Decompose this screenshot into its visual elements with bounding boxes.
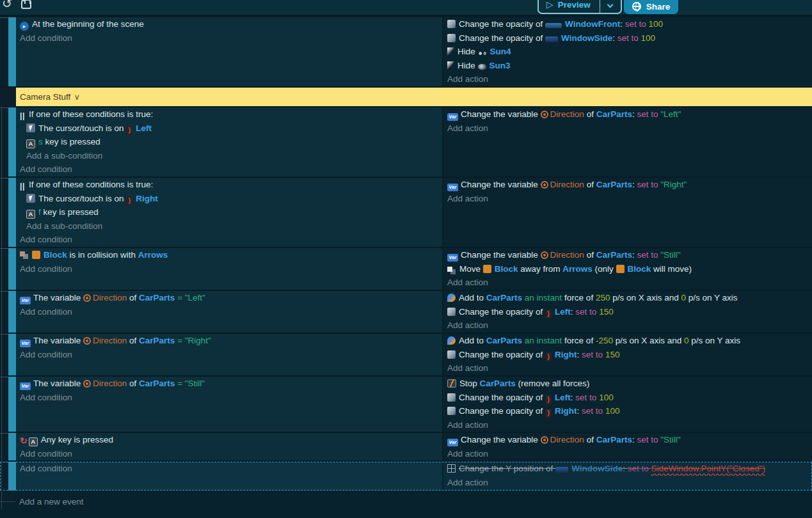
condition-line[interactable]: ||If one of these conditions is true:	[20, 107, 442, 122]
add-condition-button[interactable]: Add condition	[20, 233, 442, 247]
text-segment: 100	[599, 393, 614, 402]
condition-line[interactable]: VarThe variable Direction of CarParts = …	[20, 377, 442, 391]
condition-line[interactable]: ||If one of these conditions is true:	[20, 178, 442, 192]
add-condition-button[interactable]: Add condition	[20, 462, 442, 476]
text-segment: Hide	[458, 47, 478, 56]
action-line[interactable]: Change the opacity of )Right: set to 150	[447, 348, 812, 362]
action-line[interactable]: Change the opacity of )Left: set to 150	[447, 305, 812, 319]
preview-button[interactable]: ▷ Preview	[537, 0, 622, 14]
add-action-button[interactable]: Add action	[447, 476, 812, 490]
text-segment: Add to	[459, 336, 486, 345]
invert-icon: ↻	[20, 434, 28, 447]
action-line[interactable]: Change the opacity of WindowSide: set to…	[447, 31, 812, 45]
sun3-icon	[478, 64, 486, 70]
text-segment: Add condition	[20, 235, 72, 244]
direction-icon	[541, 181, 548, 189]
play-circle-icon: ▸	[20, 22, 29, 31]
actions-column: VarChange the variable Direction of CarP…	[443, 248, 812, 290]
action-line[interactable]: Change the opacity of WindowFront: set t…	[447, 17, 812, 31]
var-icon: Var	[447, 439, 458, 446]
group-header[interactable]: Camera Stuffv	[16, 88, 812, 106]
add-action-button[interactable]: Add action	[447, 447, 812, 461]
condition-line[interactable]: Block is in collision with Arrows	[20, 248, 442, 262]
text-segment: Add condition	[20, 449, 72, 459]
text-segment: set to	[617, 33, 641, 43]
text-segment: p/s on X axis and	[610, 293, 681, 302]
action-line[interactable]: VarChange the variable Direction of CarP…	[447, 178, 812, 192]
event-drag-handle[interactable]	[8, 334, 16, 375]
condition-line[interactable]: VarThe variable Direction of CarParts = …	[20, 291, 442, 305]
text-segment: Direction	[93, 293, 129, 302]
action-line[interactable]: Hide Sun3	[447, 59, 812, 73]
add-condition-button[interactable]: Add condition	[20, 447, 442, 461]
save-icon[interactable]	[21, 0, 31, 9]
add-action-button[interactable]: Add action	[447, 318, 812, 333]
action-line[interactable]: Add to CarParts an instant force of -250…	[447, 334, 812, 348]
side-obj-icon: )	[545, 395, 552, 404]
add-condition-button[interactable]: Add condition	[20, 305, 442, 319]
add-action-button[interactable]: Add action	[447, 361, 812, 375]
preview-dropdown-button[interactable]	[600, 3, 621, 13]
add-condition-button[interactable]: Add condition	[20, 348, 442, 362]
text-segment: CarParts	[596, 435, 632, 444]
action-line[interactable]: Stop CarParts (remove all forces)	[447, 377, 812, 391]
text-segment: set to	[575, 307, 599, 317]
add-subcondition-button[interactable]: Add a sub-condition	[20, 219, 442, 233]
event-drag-handle[interactable]	[8, 291, 16, 333]
action-line[interactable]: Change the Y position of WindowSide: set…	[447, 462, 812, 476]
direction-icon	[83, 380, 91, 388]
event-drag-handle[interactable]	[8, 17, 16, 86]
event-drag-handle[interactable]	[8, 433, 16, 460]
condition-line[interactable]: Af key is pressed	[20, 205, 442, 219]
text-segment: Change the opacity of	[459, 406, 545, 416]
event-drag-handle[interactable]	[8, 462, 16, 491]
var-icon: Var	[20, 297, 31, 304]
share-button[interactable]: Share	[624, 0, 678, 14]
event-gutter	[0, 88, 8, 106]
group-collapse-icon[interactable]: v	[75, 93, 79, 102]
condition-line[interactable]: The cursor/touch is on )Left	[20, 122, 442, 136]
add-condition-button[interactable]: Add condition	[20, 262, 442, 276]
direction-icon	[83, 294, 91, 302]
text-segment: set to	[582, 406, 605, 416]
condition-line[interactable]: The cursor/touch is on )Right	[20, 192, 442, 206]
condition-line[interactable]: VarThe variable Direction of CarParts = …	[20, 334, 442, 348]
event-drag-handle[interactable]	[8, 377, 16, 432]
action-line[interactable]: Change the opacity of )Right: set to 100	[447, 404, 812, 418]
event-new-selected: Add conditionChange the Y position of Wi…	[0, 462, 812, 491]
text-segment: 150	[605, 350, 620, 359]
event-drag-handle[interactable]	[8, 178, 16, 247]
action-line[interactable]: Hide Sun4	[447, 45, 812, 59]
add-action-button[interactable]: Add action	[447, 122, 812, 136]
condition-line[interactable]: ▸At the beginning of the scene	[20, 17, 442, 31]
action-line[interactable]: Change the opacity of )Left: set to 100	[447, 391, 812, 405]
add-condition-button[interactable]: Add condition	[20, 391, 442, 405]
action-line[interactable]: VarChange the variable Direction of CarP…	[447, 248, 812, 262]
text-segment: =	[177, 293, 185, 302]
add-condition-button[interactable]: Add condition	[20, 31, 442, 45]
add-action-button[interactable]: Add action	[447, 276, 812, 290]
text-segment: Add condition	[20, 350, 72, 359]
add-new-event-button[interactable]: Add a new event	[19, 497, 84, 506]
action-line[interactable]: VarChange the variable Direction of CarP…	[447, 107, 812, 122]
condition-line[interactable]: As key is pressed	[20, 135, 442, 149]
condition-line[interactable]: ↻AAny key is pressed	[20, 433, 442, 447]
add-action-button[interactable]: Add action	[447, 418, 812, 432]
add-subcondition-button[interactable]: Add a sub-condition	[20, 149, 442, 163]
text-segment: force of	[564, 293, 596, 302]
add-action-button[interactable]: Add action	[447, 192, 812, 206]
event-drag-handle[interactable]	[8, 107, 16, 177]
text-segment: Change the opacity of	[459, 393, 545, 402]
undo-icon[interactable]: ↺	[2, 0, 12, 11]
add-action-button[interactable]: Add action	[447, 72, 812, 86]
action-line[interactable]: Move Block away from Arrows (only Block …	[447, 262, 812, 276]
event-block-collision: Block is in collision with ArrowsAdd con…	[0, 248, 812, 290]
event-drag-handle[interactable]	[8, 248, 16, 290]
text-segment: 150	[599, 307, 614, 317]
opacity-icon	[447, 34, 456, 42]
text-segment: set to	[628, 464, 651, 473]
action-line[interactable]: Add to CarParts an instant force of 250 …	[447, 291, 812, 305]
text-segment: Add a sub-condition	[26, 151, 102, 161]
add-condition-button[interactable]: Add condition	[20, 162, 442, 177]
action-line[interactable]: VarChange the variable Direction of CarP…	[447, 433, 812, 447]
